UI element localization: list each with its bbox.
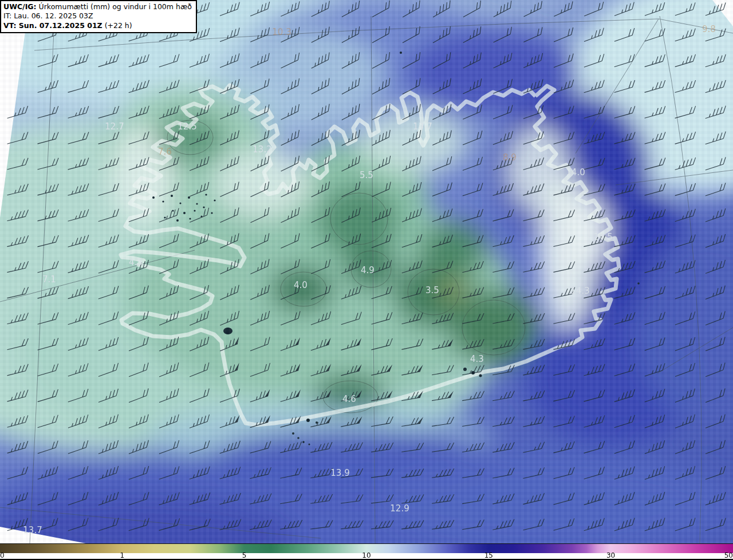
valid-time-line: VT: Sun. 07.12.2025 01Z (+22 h) — [3, 21, 192, 30]
colorbar-tick-label: 30 — [606, 552, 615, 559]
map-value-label: 7.6 — [158, 147, 172, 157]
map-value-label: 4.6 — [342, 394, 356, 404]
map-value-label: 12.9 — [390, 503, 409, 514]
map-value-label: 13.9 — [330, 468, 349, 478]
map-value-label: 10.3 — [272, 27, 291, 37]
map-value-label: 9.8 — [702, 24, 716, 34]
weather-map-page: 12.712.513.213.75.514.014.54.57.14.94.03… — [0, 0, 733, 560]
title-line-product: UWC/IG: Úrkomumætti (mm) og vindur i 100… — [3, 2, 192, 11]
colorbar: 01510153050 — [0, 543, 733, 560]
map-value-label: 8.9 — [503, 152, 517, 163]
product-title: Úrkomumætti (mm) og vindur i 100m hæð — [39, 2, 192, 11]
map-value-label: 12.5 — [178, 121, 196, 132]
map-area: 12.712.513.213.75.514.014.54.57.14.94.03… — [0, 0, 733, 543]
model-label: UWC/IG: — [3, 2, 37, 11]
valid-time-bold: VT: Sun. 07.12.2025 01Z — [3, 21, 103, 30]
map-value-label: 13.7 — [23, 525, 42, 535]
colorbar-tick-label: 0 — [0, 552, 5, 559]
map-value-label: 4.9 — [361, 265, 375, 275]
map-value-label: 13.2 — [253, 144, 271, 155]
init-time-line: IT: Lau. 06. 12. 2025 03Z — [3, 11, 192, 21]
map-value-label: 3.5 — [425, 285, 439, 295]
precipitation-wind-map: 12.712.513.213.75.514.014.54.57.14.94.03… — [0, 0, 733, 543]
map-value-label: 7.1 — [42, 274, 56, 285]
colorbar-tick-label: 50 — [724, 552, 733, 559]
map-value-label: 14.3 — [570, 286, 589, 296]
colorbar-tick-label: 10 — [362, 552, 371, 559]
colorbar-tick-label: 1 — [120, 552, 125, 559]
map-value-label: 13.7 — [413, 121, 432, 132]
map-value-label: 12.7 — [105, 121, 124, 132]
map-value-label: 14.0 — [566, 167, 585, 178]
map-value-label: 4.3 — [470, 354, 484, 364]
valid-time-offset: (+22 h) — [105, 21, 132, 30]
map-value-label: 4.5 — [129, 257, 143, 267]
map-value-label: 5.5 — [360, 170, 373, 180]
colorbar-tick-label: 5 — [242, 552, 247, 559]
map-value-label: 4.0 — [294, 280, 308, 290]
colorbar-ticks: 01510153050 — [0, 553, 733, 560]
map-value-label: 14.5 — [593, 232, 612, 242]
title-box: UWC/IG: Úrkomumætti (mm) og vindur i 100… — [0, 0, 197, 33]
colorbar-tick-label: 15 — [484, 552, 493, 559]
